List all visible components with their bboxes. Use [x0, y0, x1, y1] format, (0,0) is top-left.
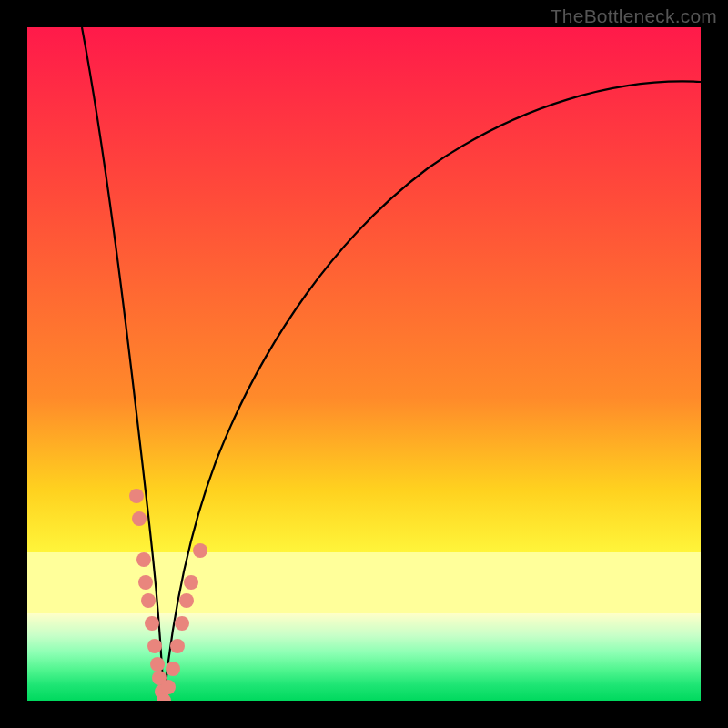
- right-curve: [164, 81, 701, 701]
- dot: [170, 639, 185, 653]
- dot: [132, 511, 147, 526]
- dot: [145, 616, 159, 631]
- left-dots-group: [129, 489, 171, 701]
- dot: [161, 680, 176, 694]
- dot: [175, 616, 189, 631]
- plot-area: [27, 27, 701, 701]
- dot: [166, 662, 180, 676]
- watermark: TheBottleneck.com: [551, 5, 717, 27]
- dot: [136, 552, 151, 567]
- curves-layer: [27, 27, 701, 701]
- dot: [179, 593, 194, 608]
- dot: [193, 543, 207, 558]
- dot: [147, 639, 162, 653]
- dot: [150, 657, 165, 672]
- dot: [129, 489, 144, 503]
- dot: [184, 575, 198, 590]
- dot: [138, 575, 153, 590]
- dot: [141, 593, 156, 608]
